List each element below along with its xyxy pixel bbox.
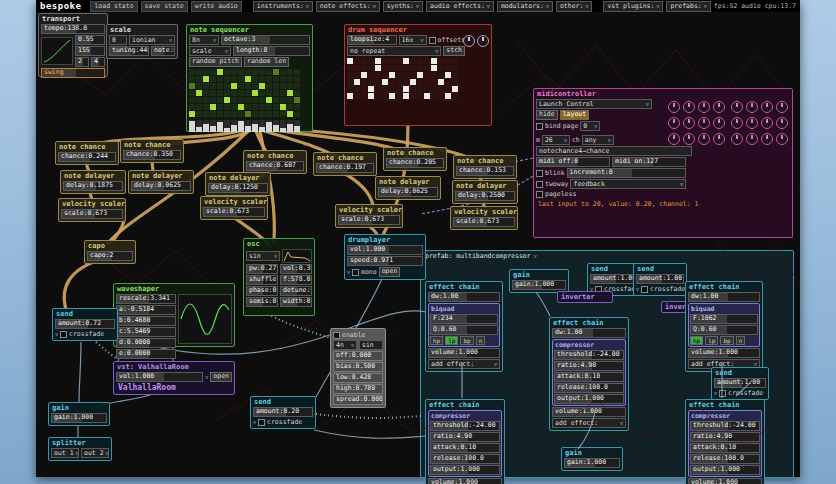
midi-knob[interactable] [713, 133, 725, 145]
midi-knob[interactable] [776, 101, 788, 113]
grid-cell[interactable] [403, 72, 409, 78]
grid-cell[interactable] [217, 76, 223, 82]
grid-cell[interactable] [203, 111, 209, 117]
grid-cell[interactable] [445, 93, 451, 99]
module-title[interactable]: gain [49, 403, 109, 413]
grid-cell[interactable] [231, 97, 237, 103]
grid-cell[interactable] [396, 72, 402, 78]
frequency-slider[interactable]: F:1062 [690, 314, 758, 324]
amount-slider[interactable]: amount:1.00 [590, 274, 638, 284]
inverter-module[interactable]: inverter [557, 291, 613, 303]
tempo-slider[interactable]: tempo:138.0 [41, 24, 105, 34]
chance-slider[interactable]: chance:0.607 [246, 161, 304, 171]
grid-cell[interactable] [294, 83, 300, 89]
grid-cell[interactable] [294, 97, 300, 103]
prefabs-menu[interactable]: prefabs:▽ [666, 1, 710, 12]
repeat-select[interactable]: no repeat▽ [347, 46, 441, 56]
grid-cell[interactable] [259, 90, 265, 96]
offsets-checkbox[interactable]: offsets [429, 36, 465, 44]
grid-cell[interactable] [368, 72, 374, 78]
grid-cell[interactable] [452, 72, 458, 78]
grid-cell[interactable] [203, 104, 209, 110]
oscillator-module[interactable]: osc sin▽ pw:0.27 shuffle:0.333 phase:0.2… [243, 238, 315, 316]
grid-cell[interactable] [375, 65, 381, 71]
compressor-effect[interactable]: compressor threshold:-24.00 ratio:4.90 a… [428, 410, 502, 477]
grid-cell[interactable] [354, 72, 360, 78]
detune-slider[interactable]: detune:0.140 [280, 286, 312, 296]
output-slider[interactable]: output:1.000 [554, 394, 624, 404]
grid-cell[interactable] [238, 76, 244, 82]
drywet-slider[interactable]: dw:1.00 [428, 292, 500, 302]
grid-cell[interactable] [347, 72, 353, 78]
velocity-bar[interactable] [252, 120, 258, 132]
grid-cell[interactable] [368, 93, 374, 99]
width-slider[interactable]: width:0.087 [280, 297, 312, 307]
out1-select[interactable]: out 1▽ [51, 448, 79, 458]
grid-cell[interactable] [410, 93, 416, 99]
drum-step-grid[interactable] [347, 58, 489, 99]
velocity-bar[interactable] [217, 120, 223, 132]
midi-knob[interactable] [683, 117, 695, 129]
layout-button[interactable]: layout [560, 110, 589, 120]
grid-cell[interactable] [403, 79, 409, 85]
grid-cell[interactable] [347, 86, 353, 92]
grid-cell[interactable] [445, 72, 451, 78]
crossfade-checkbox[interactable]: crossfade [719, 389, 763, 397]
effect-chain-module[interactable]: effect chain dw:1.00 compressor threshol… [549, 317, 629, 431]
grid-cell[interactable] [424, 79, 430, 85]
module-title[interactable]: note chance [56, 142, 118, 152]
grid-cell[interactable] [403, 93, 409, 99]
note-delayer-module[interactable]: note delayerdelay:0.1250 [205, 172, 271, 196]
pw-slider[interactable]: pw:0.27 [246, 264, 278, 274]
gain-slider[interactable]: gain:1.000 [512, 280, 566, 290]
midi-knob[interactable] [731, 101, 743, 113]
grid-cell[interactable] [294, 90, 300, 96]
scale-type-select[interactable]: ionian▽ [129, 35, 175, 45]
offset-slider[interactable]: off:0.000 [333, 351, 383, 361]
grid-cell[interactable] [389, 72, 395, 78]
volume-slider[interactable]: volume:1.000 [688, 478, 762, 484]
output-slider[interactable]: output:1.000 [690, 465, 760, 475]
module-title[interactable]: drum sequencer [345, 25, 491, 35]
grid-cell[interactable] [245, 97, 251, 103]
grid-cell[interactable] [273, 111, 279, 117]
grid-cell[interactable] [210, 97, 216, 103]
effect-title[interactable]: compressor [690, 412, 760, 420]
gain-module[interactable]: gain gain:1.000 [509, 269, 569, 293]
module-title[interactable]: effect chain [426, 282, 502, 292]
grid-cell[interactable] [361, 93, 367, 99]
effect-title[interactable]: biquad [690, 305, 758, 313]
grid-cell[interactable] [410, 79, 416, 85]
low-slider[interactable]: low:0.428 [333, 373, 383, 383]
grid-cell[interactable] [273, 104, 279, 110]
grid-cell[interactable] [354, 79, 360, 85]
grid-cell[interactable] [410, 65, 416, 71]
a-slider[interactable]: a:-0.5184 [116, 305, 176, 315]
grid-cell[interactable] [245, 76, 251, 82]
module-title[interactable]: effect chain [686, 282, 762, 292]
note-sequencer-module[interactable]: note sequencer 8n▽ octave:3 scale▽ lengt… [186, 24, 313, 132]
grid-cell[interactable] [231, 111, 237, 117]
modulators-menu[interactable]: modulators:▽ [497, 1, 553, 12]
module-title[interactable]: vst: ValhallaRoom [114, 362, 234, 372]
release-slider[interactable]: release:100.0 [690, 454, 760, 464]
scale-slider[interactable]: scale:0.673 [61, 209, 123, 219]
midi-knob[interactable] [683, 101, 695, 113]
delay-slider[interactable]: delay:0.1875 [63, 181, 123, 191]
vol-slider[interactable]: vol:1.000 [347, 245, 423, 255]
velocity-bar[interactable] [196, 120, 202, 132]
grid-cell[interactable] [438, 86, 444, 92]
grid-cell[interactable] [238, 83, 244, 89]
grid-cell[interactable] [403, 65, 409, 71]
high-slider[interactable]: high:0.789 [333, 384, 383, 394]
grid-cell[interactable] [438, 72, 444, 78]
write-audio-button[interactable]: write audio [191, 1, 242, 12]
grid-cell[interactable] [354, 93, 360, 99]
chance-slider[interactable]: chance:0.350 [123, 150, 181, 160]
grid-cell[interactable] [266, 69, 272, 75]
instruments-menu[interactable]: instruments:▽ [253, 1, 313, 12]
module-title[interactable]: inverter [558, 292, 612, 302]
loopsize-slider[interactable]: loopsize:4 [347, 35, 397, 45]
grid-cell[interactable] [354, 65, 360, 71]
grid-cell[interactable] [224, 69, 230, 75]
